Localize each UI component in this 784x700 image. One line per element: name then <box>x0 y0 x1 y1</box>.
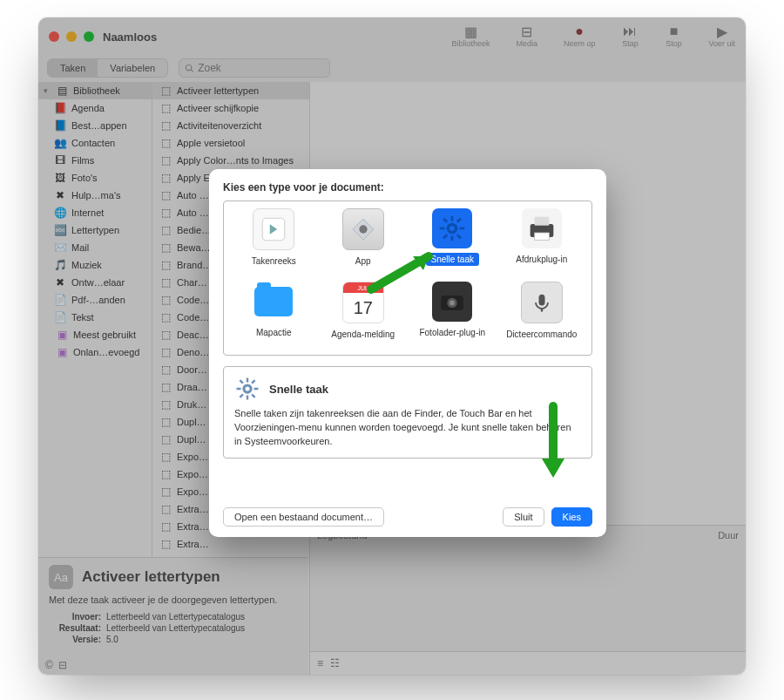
action-row[interactable]: ⬚Extra… <box>152 535 309 553</box>
action-icon: ⬚ <box>159 329 172 341</box>
sidebar-item[interactable]: 🔤Lettertypen <box>38 221 152 239</box>
toolbar-record-button[interactable]: ●Neem op <box>564 25 596 48</box>
action-icon: ⬚ <box>159 189 172 201</box>
app-icon <box>342 208 384 250</box>
log-col-duration: Duur <box>718 530 739 540</box>
action-icon: ⬚ <box>159 294 172 306</box>
workflow-icon <box>253 208 294 250</box>
svg-rect-11 <box>443 234 448 239</box>
sidebar-item[interactable]: 👥Contacten <box>38 134 152 152</box>
action-row[interactable]: ⬚Apple versietool <box>152 134 309 152</box>
sidebar-item[interactable]: 🌐Internet <box>38 204 152 221</box>
svg-rect-22 <box>247 378 249 383</box>
close-button[interactable]: Sluit <box>503 507 544 527</box>
action-row[interactable]: ⬚Activiteitenoverzicht <box>152 117 309 134</box>
sidebar-item[interactable]: 📄Pdf-…anden <box>38 291 152 309</box>
search-input[interactable]: Zoek <box>179 58 330 78</box>
svg-rect-27 <box>251 393 255 398</box>
svg-rect-25 <box>254 388 259 391</box>
svg-rect-28 <box>251 379 255 384</box>
action-row[interactable]: ⬚Apply Color…nts to Images <box>152 152 309 169</box>
action-badge-icon: Aa <box>49 565 73 589</box>
sidebar-smart-folder[interactable]: ▣Meest gebruikt <box>38 326 152 343</box>
sidebar-item[interactable]: ✖︎Hulp…ma's <box>38 187 152 204</box>
maximize-icon[interactable] <box>84 31 94 42</box>
svg-rect-15 <box>534 233 549 240</box>
sidebar-item[interactable]: ✉️Mail <box>38 239 152 256</box>
action-icon: ⬚ <box>159 311 172 323</box>
action-icon: ⬚ <box>159 468 172 480</box>
action-row[interactable]: ⬚Activeer schijfkopie <box>152 99 309 117</box>
flow-view-icon[interactable]: ☷ <box>330 657 340 669</box>
microphone-icon <box>521 282 563 323</box>
sidebar-item[interactable]: 🖼Foto's <box>38 169 152 187</box>
svg-rect-7 <box>460 228 465 230</box>
svg-rect-6 <box>440 228 445 230</box>
gear-icon <box>432 208 472 248</box>
svg-rect-4 <box>451 216 454 221</box>
sidebar-item[interactable]: 🎵Muziek <box>38 256 152 274</box>
action-icon: ⬚ <box>159 346 172 358</box>
doctype-fotolader[interactable]: Fotolader-plug-in <box>409 282 496 350</box>
toolbar-step-button[interactable]: ⏭Stap <box>621 25 639 48</box>
close-icon[interactable] <box>49 31 59 42</box>
action-icon: ⬚ <box>159 486 172 498</box>
action-icon: ⬚ <box>159 207 172 219</box>
titlebar: Naamloos ▦Bibliotheek ⊟Media ●Neem op ⏭S… <box>38 17 746 56</box>
svg-rect-24 <box>237 388 241 391</box>
svg-point-30 <box>246 387 250 391</box>
action-row[interactable]: ⬚Activeer lettertypen <box>152 82 309 99</box>
second-toolbar: Taken Variabelen Zoek <box>38 56 746 80</box>
svg-rect-26 <box>239 379 243 384</box>
action-icon: ⬚ <box>159 102 172 114</box>
toolbar-library-button[interactable]: ▦Bibliotheek <box>451 25 490 48</box>
sidebar-smart-folder[interactable]: ▣Onlan…evoegd <box>38 343 152 361</box>
close-panel-icon[interactable]: ⊟ <box>58 659 67 671</box>
svg-point-12 <box>449 226 455 231</box>
description-body: Snelle taken zijn takenreeksen die aan d… <box>234 407 581 449</box>
action-icon: ⬚ <box>159 503 172 515</box>
minimize-icon[interactable] <box>66 31 77 42</box>
doctype-mapactie[interactable]: Mapactie <box>231 282 317 350</box>
camera-icon <box>432 282 472 322</box>
doctype-app[interactable]: App <box>321 208 407 276</box>
automator-window: Naamloos ▦Bibliotheek ⊟Media ●Neem op ⏭S… <box>38 17 746 675</box>
svg-point-18 <box>449 301 455 306</box>
doctype-snelle-taak[interactable]: Snelle taak <box>409 208 496 276</box>
svg-rect-8 <box>443 218 448 223</box>
step-icon: ⏭ <box>621 25 639 37</box>
doctype-takenreeks[interactable]: Takenreeks <box>231 208 317 276</box>
action-icon: ⬚ <box>159 241 172 254</box>
sidebar-item[interactable]: 📘Best…appen <box>38 117 152 134</box>
traffic-lights <box>49 31 94 42</box>
toolbar-run-button[interactable]: ▶Voer uit <box>708 25 735 48</box>
doctype-dicteer[interactable]: Dicteercommando <box>499 282 585 350</box>
tab-taken[interactable]: Taken <box>48 59 98 77</box>
toolbar-media-button[interactable]: ⊟Media <box>516 25 537 48</box>
action-icon: ⬚ <box>159 276 172 289</box>
sidebar-item[interactable]: 📄Tekst <box>38 309 152 326</box>
gear-icon <box>234 376 260 402</box>
record-icon: ● <box>571 25 588 37</box>
folder-icon <box>253 282 294 322</box>
action-icon: ⬚ <box>159 119 172 132</box>
tab-variabelen[interactable]: Variabelen <box>98 59 167 77</box>
svg-point-2 <box>359 225 367 233</box>
action-icon: ⬚ <box>159 451 172 463</box>
sidebar-item[interactable]: 🎞Films <box>38 152 152 169</box>
doctype-agenda-melding[interactable]: JUL17 Agenda-melding <box>321 282 407 350</box>
toolbar-stop-button[interactable]: ■Stop <box>665 25 682 48</box>
open-existing-button[interactable]: Open een bestaand document… <box>223 507 384 527</box>
smartfolder-icon: ▣ <box>56 329 68 341</box>
svg-rect-14 <box>534 217 549 226</box>
library-root[interactable]: ▾▤Bibliotheek <box>38 82 152 99</box>
copyright-icon: © <box>45 659 53 671</box>
list-view-icon[interactable]: ≡ <box>317 657 323 669</box>
inspector-subtitle: Met deze taak activeer je de doorgegeven… <box>49 595 298 605</box>
choose-button[interactable]: Kies <box>551 507 592 527</box>
sidebar-item[interactable]: ✖︎Ontw…elaar <box>38 274 152 291</box>
doctype-afdrukplugin[interactable]: Afdrukplug-in <box>499 208 585 276</box>
sidebar-item[interactable]: 📕Agenda <box>38 99 152 117</box>
action-icon: ⬚ <box>159 85 172 97</box>
library-icon: ▤ <box>56 85 68 97</box>
